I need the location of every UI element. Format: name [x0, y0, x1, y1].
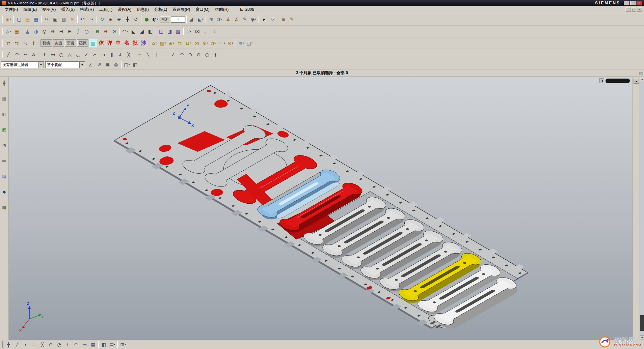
selection-filter-icon[interactable]: ▽: [268, 15, 277, 24]
control-point-icon[interactable]: ∴: [30, 341, 38, 349]
dropdown-arrow-icon[interactable]: ▾: [178, 18, 179, 21]
menu-et2008[interactable]: ET2008: [237, 6, 257, 12]
rectangle-icon[interactable]: ▭: [49, 50, 57, 59]
selection-filter-combo[interactable]: 没有选择过滤器 ▼: [1, 61, 44, 68]
draft-icon[interactable]: ◢: [138, 27, 146, 36]
dropdown-arrow-icon[interactable]: ▾: [114, 343, 115, 346]
datum-plane-icon[interactable]: ◇▾: [4, 27, 12, 36]
profile-line-icon[interactable]: ╱: [4, 50, 12, 59]
name-display-button[interactable]: 名: [123, 39, 131, 47]
window-select-icon[interactable]: ▢▾: [123, 61, 131, 69]
dropdown-arrow-icon[interactable]: ▾: [190, 30, 191, 33]
dropdown-arrow-icon[interactable]: ▾: [84, 18, 86, 21]
interference-button[interactable]: 涉: [139, 39, 148, 47]
dock-pin-icon[interactable]: ◂: [634, 79, 639, 84]
edge-blend-icon[interactable]: ◠▾: [121, 27, 129, 36]
product-interface-icon[interactable]: ◫▾: [245, 39, 254, 47]
doc-restore-button[interactable]: ▢: [631, 7, 636, 12]
polygon-icon[interactable]: △: [65, 50, 74, 59]
grid-display-icon[interactable]: ▦: [1, 95, 8, 102]
dropdown-arrow-icon[interactable]: ▾: [156, 42, 157, 45]
subtract-icon[interactable]: ⊖: [102, 27, 110, 36]
rendering-style-icon[interactable]: ◐▾: [151, 15, 159, 24]
menu-assemblies[interactable]: 装配(A): [115, 6, 134, 13]
prev-selection-icon[interactable]: ↺: [95, 61, 103, 69]
helix-icon[interactable]: ∮: [211, 50, 220, 59]
measure-distance-icon[interactable]: ∡: [224, 15, 232, 24]
dropdown-arrow-icon[interactable]: ▾: [251, 42, 253, 45]
perpendicular-line-icon[interactable]: ⊥: [161, 50, 169, 59]
new-icon[interactable]: ▢: [15, 15, 23, 24]
revolve-icon[interactable]: ◑: [32, 27, 40, 36]
menu-tools[interactable]: 工具(T): [97, 6, 115, 13]
annotation-pencil-icon[interactable]: ✎: [288, 15, 296, 24]
dropdown-arrow-icon[interactable]: ▾: [207, 42, 208, 45]
rotate-view-icon[interactable]: ↺: [132, 15, 140, 24]
intersection-curve-icon[interactable]: ╳: [125, 50, 133, 59]
assembly-constraints-icon[interactable]: ⊔▾: [184, 39, 192, 47]
dropdown-arrow-icon[interactable]: ▾: [167, 18, 169, 21]
open-icon[interactable]: ▤: [23, 15, 32, 24]
extrude-icon[interactable]: ▲: [23, 27, 32, 36]
trim-body-icon[interactable]: ◫: [157, 27, 165, 36]
offset-curve-icon[interactable]: ∥: [108, 50, 116, 59]
find-component-icon[interactable]: ⌂▾: [150, 39, 159, 47]
copy-icon[interactable]: ▣: [51, 15, 59, 24]
dropdown-arrow-icon[interactable]: ▾: [10, 18, 11, 21]
bounded-grid-icon[interactable]: ▦: [89, 341, 97, 349]
circle-diameter-icon[interactable]: ⊖: [194, 50, 203, 59]
measure-angle-icon[interactable]: ∠: [232, 15, 241, 24]
quadrant-point-icon[interactable]: ◔: [55, 341, 63, 349]
scrollbar-track[interactable]: [640, 81, 644, 336]
dropdown-arrow-icon[interactable]: ▾: [224, 42, 225, 45]
chamfer-icon[interactable]: ◣: [129, 27, 138, 36]
selection-scope-combo[interactable]: 整个装配 ▼: [45, 61, 85, 68]
chamfer-curve-icon[interactable]: ∠: [82, 50, 91, 59]
refresh-view-icon[interactable]: ↻: [98, 15, 106, 24]
list-icon[interactable]: ≔: [1, 157, 8, 164]
move-dialog-icon[interactable]: ╬: [1, 80, 8, 86]
toolbar-drag-handle[interactable]: [2, 51, 3, 58]
move-component-icon[interactable]: ⇆: [176, 39, 184, 47]
menu-preferences[interactable]: 首选项(P): [170, 6, 193, 13]
zoom-icon[interactable]: ⊕: [115, 15, 123, 24]
arc-icon[interactable]: ◠: [12, 50, 21, 59]
selection-arrow-icon[interactable]: ▸: [260, 15, 268, 24]
extend-curve-icon[interactable]: ↦: [99, 50, 108, 59]
toolbar-drag-handle[interactable]: [2, 28, 3, 35]
toolbar-drag-handle[interactable]: [2, 39, 3, 47]
dropdown-arrow-icon[interactable]: ▾: [10, 30, 11, 33]
thicken-icon[interactable]: ≑: [210, 27, 218, 36]
arrangements-icon[interactable]: ≔▾: [218, 39, 226, 47]
snap-angle-icon[interactable]: ∠: [86, 61, 95, 69]
intersection-point-icon[interactable]: ╳: [38, 341, 47, 349]
dropdown-arrow-icon[interactable]: ▾: [129, 63, 130, 66]
menu-window[interactable]: 窗口(O): [193, 6, 212, 13]
body-display-button[interactable]: 体: [97, 39, 106, 47]
toolbar-drag-handle[interactable]: [2, 16, 3, 23]
menu-edit[interactable]: 编辑(E): [21, 6, 39, 13]
exploded-views-icon[interactable]: ※▾: [201, 39, 209, 47]
point-on-surface-icon[interactable]: ▭: [80, 341, 89, 349]
dropdown-arrow-icon[interactable]: ▾: [193, 18, 195, 21]
menu-information[interactable]: 信息(I): [134, 6, 151, 13]
maximize-button[interactable]: ▢: [630, 1, 636, 5]
fillet-curve-icon[interactable]: ◡: [74, 50, 82, 59]
texture-icon[interactable]: ▩: [1, 204, 8, 210]
scrollbar-thumb[interactable]: [640, 315, 644, 331]
arc-center-icon[interactable]: ⊙: [47, 341, 55, 349]
sketch-icon[interactable]: ▦: [12, 27, 21, 36]
offset-region-icon[interactable]: ≒: [21, 39, 29, 47]
boss-icon[interactable]: ⊚: [49, 27, 57, 36]
minimize-button[interactable]: –: [624, 1, 629, 5]
graphics-window[interactable]: Y X Z Z Y X ◂: [9, 77, 633, 340]
clip-handle-bar[interactable]: [606, 79, 630, 83]
assembly-sequence-icon[interactable]: ≫: [215, 15, 224, 24]
strip-model[interactable]: [114, 85, 540, 335]
dropdown-arrow-icon[interactable]: ▾: [157, 18, 158, 21]
menu-file[interactable]: 文件(F): [2, 6, 21, 13]
shaded-select-icon[interactable]: ◧: [131, 61, 139, 69]
parallel-lines-icon[interactable]: ∥: [152, 50, 161, 59]
solid-transparent-button[interactable]: 实透: [53, 39, 64, 47]
doc-close-button[interactable]: ×: [637, 7, 642, 12]
